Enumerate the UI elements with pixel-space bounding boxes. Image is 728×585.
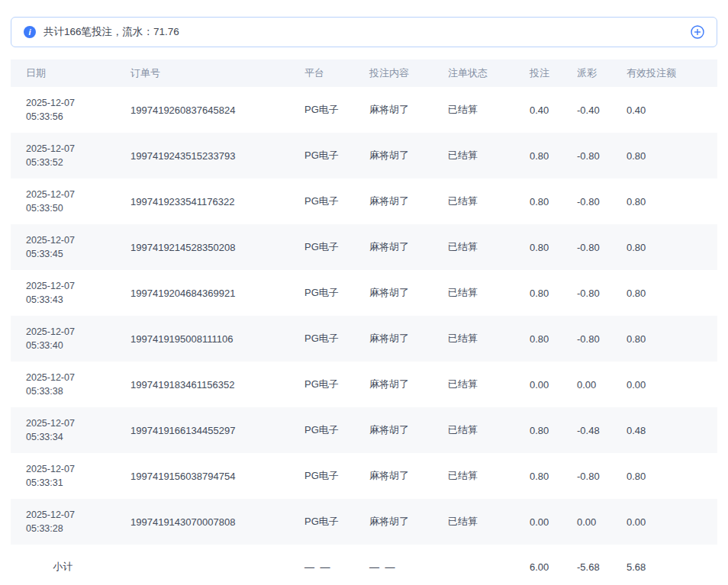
col-header-order-id: 订单号: [115, 59, 289, 87]
order-status-cell: 已结算: [433, 224, 514, 270]
payout-cell: -0.80: [562, 133, 611, 178]
bet-time: 05:33:43: [26, 293, 115, 307]
bet-amount-cell: 0.40: [514, 87, 562, 133]
bet-amount-cell: 0.80: [514, 316, 562, 362]
subtotal-bet-total: 6.00: [514, 545, 562, 585]
bet-date: 2025-12-07: [26, 279, 115, 293]
table-row: 2025-12-07 05:33:40 1997419195008111106 …: [11, 316, 717, 362]
bet-content-cell: 麻将胡了: [354, 499, 433, 545]
payout-cell: 0.00: [562, 499, 611, 545]
platform-cell: PG电子: [289, 499, 354, 545]
payout-cell: -0.80: [562, 453, 611, 499]
bet-date: 2025-12-07: [26, 325, 115, 339]
col-header-platform: 平台: [289, 59, 354, 87]
bet-content-cell: 麻将胡了: [354, 362, 433, 407]
summary-banner: i 共计166笔投注，流水：71.76: [11, 17, 717, 47]
table-row: 2025-12-07 05:33:43 1997419204684369921 …: [11, 270, 717, 316]
bet-amount-cell: 0.80: [514, 224, 562, 270]
order-status-cell: 已结算: [433, 316, 514, 362]
info-circle-icon: i: [24, 26, 36, 38]
order-id-cell: 1997419233541176322: [115, 178, 289, 224]
bet-amount-cell: 0.00: [514, 362, 562, 407]
order-id-cell: 1997419214528350208: [115, 224, 289, 270]
order-status-cell: 已结算: [433, 133, 514, 178]
platform-cell: PG电子: [289, 178, 354, 224]
bet-time: 05:33:28: [26, 522, 115, 535]
payout-cell: -0.48: [562, 407, 611, 453]
platform-cell: PG电子: [289, 87, 354, 133]
bet-time: 05:33:31: [26, 476, 115, 490]
platform-cell: PG电子: [289, 453, 354, 499]
table-row: 2025-12-07 05:33:38 1997419183461156352 …: [11, 362, 717, 407]
summary-text: 共计166笔投注，流水：71.76: [43, 25, 691, 39]
bet-date: 2025-12-07: [26, 96, 115, 110]
bet-time: 05:33:45: [26, 247, 115, 261]
valid-bet-cell: 0.80: [611, 316, 717, 362]
col-header-payout: 派彩: [562, 59, 611, 87]
plus-circle-icon[interactable]: [691, 25, 704, 39]
subtotal-payout-total: -5.68: [562, 545, 611, 585]
bet-date: 2025-12-07: [26, 508, 115, 522]
platform-cell: PG电子: [289, 133, 354, 178]
subtotal-row: 小计 — — — — 6.00 -5.68 5.68: [11, 545, 717, 585]
subtotal-label: 小计: [11, 545, 115, 585]
bet-amount-cell: 0.00: [514, 499, 562, 545]
bet-time: 05:33:52: [26, 156, 115, 169]
bet-amount-cell: 0.80: [514, 133, 562, 178]
valid-bet-cell: 0.80: [611, 270, 717, 316]
date-cell: 2025-12-07 05:33:28: [11, 499, 115, 545]
col-header-bet-content: 投注内容: [354, 59, 433, 87]
bet-time: 05:33:38: [26, 384, 115, 398]
col-header-date: 日期: [11, 59, 115, 87]
valid-bet-cell: 0.80: [611, 224, 717, 270]
table-body: 2025-12-07 05:33:56 1997419260837645824 …: [11, 87, 717, 545]
col-header-valid-bet: 有效投注额: [611, 59, 717, 87]
order-status-cell: 已结算: [433, 270, 514, 316]
table-row: 2025-12-07 05:33:50 1997419233541176322 …: [11, 178, 717, 224]
order-status-cell: 已结算: [433, 362, 514, 407]
bet-content-cell: 麻将胡了: [354, 453, 433, 499]
bet-date: 2025-12-07: [26, 142, 115, 156]
table-row: 2025-12-07 05:33:34 1997419166134455297 …: [11, 407, 717, 453]
platform-cell: PG电子: [289, 270, 354, 316]
bet-time: 05:33:34: [26, 430, 115, 444]
order-id-cell: 1997419156038794754: [115, 453, 289, 499]
date-cell: 2025-12-07 05:33:50: [11, 178, 115, 224]
bet-date: 2025-12-07: [26, 188, 115, 201]
order-id-cell: 1997419183461156352: [115, 362, 289, 407]
platform-cell: PG电子: [289, 316, 354, 362]
order-status-cell: 已结算: [433, 407, 514, 453]
platform-cell: PG电子: [289, 407, 354, 453]
subtotal-platform-dash: — —: [289, 545, 354, 585]
table-footer: 小计 — — — — 6.00 -5.68 5.68: [11, 545, 717, 585]
valid-bet-cell: 0.00: [611, 362, 717, 407]
bet-content-cell: 麻将胡了: [354, 178, 433, 224]
payout-cell: -0.80: [562, 224, 611, 270]
date-cell: 2025-12-07 05:33:43: [11, 270, 115, 316]
valid-bet-cell: 0.00: [611, 499, 717, 545]
order-id-cell: 1997419195008111106: [115, 316, 289, 362]
valid-bet-cell: 0.80: [611, 178, 717, 224]
bet-content-cell: 麻将胡了: [354, 407, 433, 453]
bet-amount-cell: 0.80: [514, 407, 562, 453]
payout-cell: 0.00: [562, 362, 611, 407]
bet-amount-cell: 0.80: [514, 178, 562, 224]
table-row: 2025-12-07 05:33:56 1997419260837645824 …: [11, 87, 717, 133]
date-cell: 2025-12-07 05:33:52: [11, 133, 115, 178]
bet-content-cell: 麻将胡了: [354, 224, 433, 270]
table-row: 2025-12-07 05:33:28 1997419143070007808 …: [11, 499, 717, 545]
order-status-cell: 已结算: [433, 453, 514, 499]
bet-content-cell: 麻将胡了: [354, 87, 433, 133]
valid-bet-cell: 0.40: [611, 87, 717, 133]
date-cell: 2025-12-07 05:33:31: [11, 453, 115, 499]
table-row: 2025-12-07 05:33:52 1997419243515233793 …: [11, 133, 717, 178]
col-header-bet: 投注: [514, 59, 562, 87]
bet-records-page: i 共计166笔投注，流水：71.76 日期 订单号 平台 投注内容 注单状态 …: [0, 0, 728, 585]
bet-content-cell: 麻将胡了: [354, 316, 433, 362]
order-status-cell: 已结算: [433, 178, 514, 224]
payout-cell: -0.80: [562, 270, 611, 316]
platform-cell: PG电子: [289, 362, 354, 407]
bet-time: 05:33:56: [26, 110, 115, 124]
payout-cell: -0.80: [562, 316, 611, 362]
order-status-cell: 已结算: [433, 87, 514, 133]
